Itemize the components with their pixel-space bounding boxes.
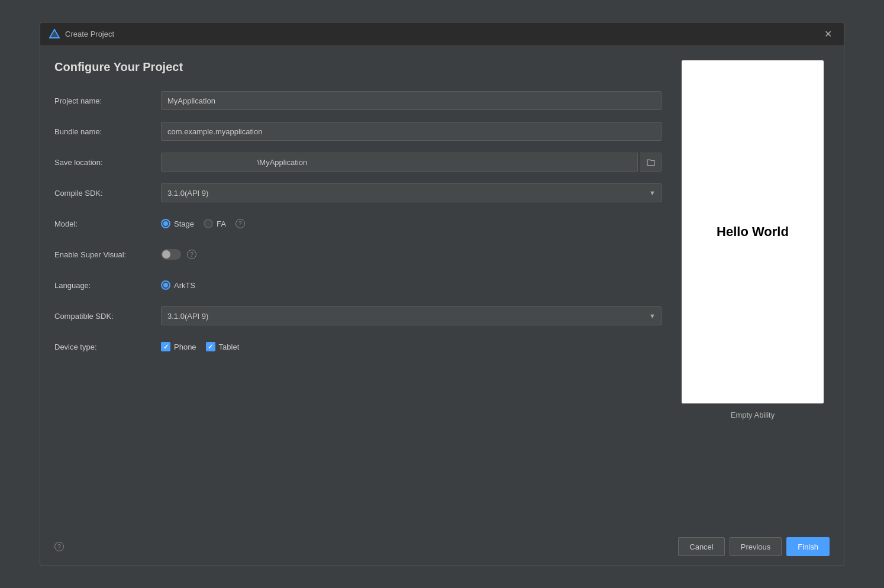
project-name-control bbox=[161, 91, 662, 110]
project-name-input[interactable] bbox=[161, 91, 662, 110]
folder-icon bbox=[647, 158, 655, 166]
bundle-name-row: Bundle name: bbox=[54, 121, 662, 141]
create-project-dialog: Create Project ✕ Configure Your Project … bbox=[40, 22, 844, 566]
super-visual-help-icon[interactable]: ? bbox=[187, 250, 196, 259]
form-panel: Configure Your Project Project name: Bun… bbox=[54, 60, 662, 516]
previous-button[interactable]: Previous bbox=[730, 537, 782, 556]
device-tablet-label: Tablet bbox=[219, 343, 240, 351]
compile-sdk-wrapper: 3.1.0(API 9) 3.0.0(API 8) 2.2.0(API 7) ▼ bbox=[161, 183, 662, 202]
device-type-row: Device type: Phone Tablet bbox=[54, 337, 662, 357]
bundle-name-label: Bundle name: bbox=[54, 127, 161, 136]
compatible-sdk-control: 3.1.0(API 9) 3.0.0(API 8) 2.2.0(API 7) ▼ bbox=[161, 306, 662, 325]
toggle-knob bbox=[162, 250, 170, 259]
model-fa-option[interactable]: FA bbox=[204, 219, 226, 228]
device-tablet-checkbox[interactable] bbox=[206, 342, 215, 351]
model-radio-group: Stage FA ? bbox=[161, 219, 662, 228]
compatible-sdk-row: Compatible SDK: 3.1.0(API 9) 3.0.0(API 8… bbox=[54, 306, 662, 326]
save-location-row: Save location: · · · · · · · · · · · · ·… bbox=[54, 152, 662, 172]
close-button[interactable]: ✕ bbox=[821, 27, 835, 41]
model-help-icon[interactable]: ? bbox=[235, 219, 245, 228]
compile-sdk-control: 3.1.0(API 9) 3.0.0(API 8) 2.2.0(API 7) ▼ bbox=[161, 183, 662, 202]
model-row: Model: Stage FA ? bbox=[54, 214, 662, 234]
compile-sdk-row: Compile SDK: 3.1.0(API 9) 3.0.0(API 8) 2… bbox=[54, 183, 662, 203]
project-name-label: Project name: bbox=[54, 96, 161, 105]
compile-sdk-label: Compile SDK: bbox=[54, 189, 161, 198]
super-visual-row: Enable Super Visual: ? bbox=[54, 244, 662, 264]
compatible-sdk-select[interactable]: 3.1.0(API 9) 3.0.0(API 8) 2.2.0(API 7) bbox=[161, 306, 662, 325]
model-stage-radio[interactable] bbox=[161, 219, 170, 228]
language-control: ArkTS bbox=[161, 280, 662, 290]
compatible-sdk-wrapper: 3.1.0(API 9) 3.0.0(API 8) 2.2.0(API 7) ▼ bbox=[161, 306, 662, 325]
language-label: Language: bbox=[54, 281, 161, 290]
footer-left: ? bbox=[54, 542, 64, 551]
model-label: Model: bbox=[54, 219, 161, 228]
language-arkts-option[interactable]: ArkTS bbox=[161, 280, 195, 290]
dialog-body: Configure Your Project Project name: Bun… bbox=[40, 46, 844, 516]
device-type-checkbox-group: Phone Tablet bbox=[161, 342, 662, 351]
language-arkts-radio[interactable] bbox=[161, 280, 170, 290]
footer-right: Cancel Previous Finish bbox=[678, 537, 830, 556]
compatible-sdk-label: Compatible SDK: bbox=[54, 312, 161, 321]
location-row: · · · · · · · · · · · · · · · \MyApplica… bbox=[161, 153, 662, 172]
bundle-name-input[interactable] bbox=[161, 122, 662, 141]
device-phone-label: Phone bbox=[174, 343, 196, 351]
language-row: Language: ArkTS bbox=[54, 275, 662, 295]
device-tablet-option[interactable]: Tablet bbox=[206, 342, 240, 351]
model-stage-label: Stage bbox=[174, 219, 194, 228]
compile-sdk-select[interactable]: 3.1.0(API 9) 3.0.0(API 8) 2.2.0(API 7) bbox=[161, 183, 662, 202]
preview-hello-world-text: Hello World bbox=[717, 224, 789, 240]
device-phone-checkbox[interactable] bbox=[161, 342, 170, 351]
preview-ability-label: Empty Ability bbox=[731, 411, 775, 419]
finish-button[interactable]: Finish bbox=[786, 537, 830, 556]
dialog-footer: ? Cancel Previous Finish bbox=[40, 528, 844, 566]
project-name-row: Project name: bbox=[54, 91, 662, 111]
model-fa-label: FA bbox=[217, 219, 226, 228]
model-stage-option[interactable]: Stage bbox=[161, 219, 194, 228]
cancel-button[interactable]: Cancel bbox=[678, 537, 724, 556]
super-visual-label: Enable Super Visual: bbox=[54, 250, 161, 259]
device-phone-option[interactable]: Phone bbox=[161, 342, 196, 351]
save-location-input[interactable] bbox=[161, 153, 638, 172]
language-arkts-label: ArkTS bbox=[174, 281, 195, 290]
dialog-titlebar: Create Project ✕ bbox=[40, 22, 844, 46]
super-visual-toggle[interactable] bbox=[161, 249, 181, 260]
model-control: Stage FA ? bbox=[161, 219, 662, 228]
preview-panel: Hello World Empty Ability bbox=[676, 60, 830, 516]
titlebar-left: Create Project bbox=[49, 28, 114, 40]
save-location-control: · · · · · · · · · · · · · · · \MyApplica… bbox=[161, 153, 662, 172]
app-logo-icon bbox=[49, 28, 60, 40]
dialog-title: Create Project bbox=[65, 30, 114, 38]
page-heading: Configure Your Project bbox=[54, 60, 662, 74]
preview-card: Hello World bbox=[682, 60, 824, 403]
device-type-control: Phone Tablet bbox=[161, 342, 662, 351]
super-visual-control: ? bbox=[161, 249, 662, 260]
save-location-label: Save location: bbox=[54, 158, 161, 167]
language-radio-group: ArkTS bbox=[161, 280, 662, 290]
bundle-name-control bbox=[161, 122, 662, 141]
device-type-label: Device type: bbox=[54, 343, 161, 351]
footer-help-icon[interactable]: ? bbox=[54, 542, 64, 551]
model-fa-radio[interactable] bbox=[204, 219, 213, 228]
browse-folder-button[interactable] bbox=[640, 153, 662, 172]
